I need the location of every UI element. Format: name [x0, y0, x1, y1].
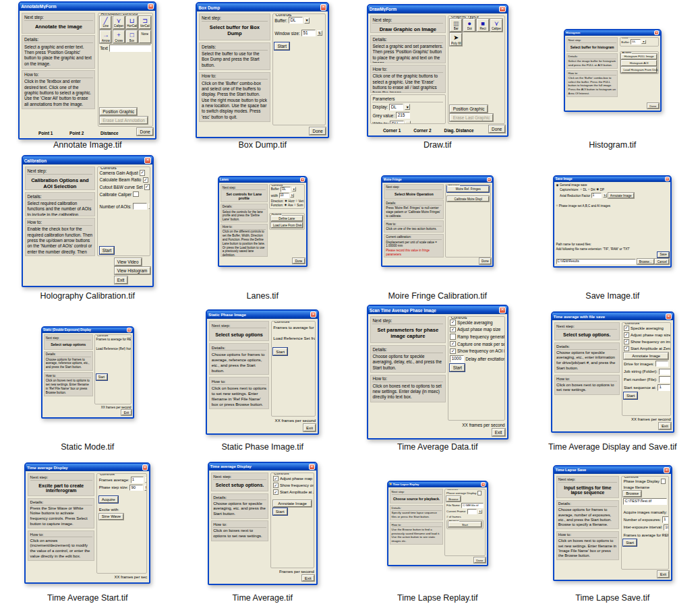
text-input[interactable]: [655, 361, 668, 367]
filename-caption[interactable]: Save Image.tif: [585, 289, 639, 303]
dropdown-arrow-icon[interactable]: ▼: [304, 18, 310, 24]
close-icon[interactable]: ✕: [310, 311, 316, 317]
box-icon: □: [130, 32, 134, 38]
close-icon[interactable]: ✕: [654, 30, 659, 35]
close-icon[interactable]: ✕: [499, 307, 505, 313]
close-icon[interactable]: ✕: [127, 328, 132, 332]
filename-caption[interactable]: Lanes.tif: [247, 289, 279, 303]
filename-caption[interactable]: Draw.tif: [424, 138, 452, 152]
dialog-thumbnail[interactable]: Time average Display✕Next step:Excite pa…: [24, 462, 150, 584]
close-icon[interactable]: ✕: [142, 464, 148, 471]
spinner-arrows-icon[interactable]: ⇅: [317, 30, 322, 36]
close-icon[interactable]: ✕: [481, 482, 486, 487]
dialog-thumbnail[interactable]: Save Image✕◉General image saveCapture/st…: [553, 175, 672, 268]
filename-caption[interactable]: Time Lapse Save.tif: [575, 590, 649, 605]
caliper-button: ⋎Caliper: [490, 19, 502, 32]
filename-caption[interactable]: Box Dump.tif: [238, 138, 287, 152]
dropdown-arrow-icon[interactable]: ▼: [641, 40, 645, 44]
text-input[interactable]: [109, 44, 150, 51]
dialog-thumbnail[interactable]: ▣Time Lapse Replay✕Next step:Choose sour…: [387, 481, 488, 566]
text-input[interactable]: 10: [664, 524, 669, 531]
text-input[interactable]: C:\VEW\Results: [556, 259, 636, 264]
dialog-thumbnail[interactable]: Lanes✕Next step:Set controls for Lane pr…: [218, 176, 308, 267]
text-input[interactable]: [659, 376, 671, 383]
filename-caption[interactable]: Time Average Start.tif: [47, 590, 128, 605]
mini-label: Current Frame:: [446, 510, 466, 513]
filename-caption[interactable]: Time Average Display and Save.tif: [548, 440, 676, 454]
group-box: Controls✓Adjust phase map size✓Show freq…: [270, 473, 314, 568]
text-input[interactable]: [659, 369, 671, 375]
dropdown-arrow-icon[interactable]: ▼: [292, 187, 296, 191]
text-input[interactable]: C:\TEST\Test.tif: [623, 498, 666, 504]
control-row: Image filenameBrowse: [623, 485, 666, 497]
group-box: ActionsHistogram FULL ImageHistogram AOI…: [620, 51, 659, 74]
dialog-bottom: XX frames per sec: [28, 575, 147, 580]
section-headline: Annotate the image: [24, 22, 93, 32]
filename-caption[interactable]: Moire Fringe Calibration.tif: [388, 289, 487, 303]
filename-caption[interactable]: Static Phase Image.tif: [221, 440, 303, 454]
text-input[interactable]: 215: [396, 112, 410, 119]
section-headline: Select setup options.: [213, 481, 266, 490]
dialog-thumbnail[interactable]: Scan Time Average Phase Image✕Next step:…: [367, 305, 508, 440]
dialog-thumbnail[interactable]: Calibration✕Next step:Calibration Option…: [22, 155, 154, 287]
close-icon[interactable]: ✕: [300, 177, 305, 182]
text-input[interactable]: 1: [658, 384, 670, 391]
dialog-thumbnail[interactable]: Time average Display✕Next step:Select se…: [208, 462, 318, 585]
close-icon[interactable]: ✕: [487, 177, 492, 182]
section-text: Select the buffer to use for the Box Dum…: [202, 51, 268, 68]
close-icon[interactable]: ✕: [666, 313, 672, 320]
radio-icon: ◉: [285, 200, 287, 202]
filename-caption[interactable]: Annotate Image.tif: [53, 138, 121, 152]
close-icon[interactable]: ✕: [320, 4, 326, 10]
group-label: Controls: [99, 473, 115, 476]
dialog-title: Static (Double Exposure) Display: [43, 328, 126, 332]
close-icon[interactable]: ✕: [309, 464, 315, 470]
dialog-thumbnail[interactable]: AnnotateMyForm✕Next step:Annotate the im…: [18, 1, 156, 140]
checkbox-icon: ✓: [450, 349, 455, 354]
close-icon[interactable]: ✕: [664, 467, 670, 473]
mini-button: Exit: [303, 424, 316, 431]
value-box: DL: [281, 187, 291, 192]
spinner-arrows-icon[interactable]: ⇅: [290, 193, 294, 198]
mini-button: Exit: [659, 423, 671, 429]
dialog-body: Next step:Calibration Options and AOI Se…: [23, 164, 152, 286]
filename-caption[interactable]: Time Average.tif: [232, 590, 293, 605]
dialog-thumbnail[interactable]: Static (Double Exposure) Display✕Next st…: [41, 326, 134, 419]
filename-caption[interactable]: Histogram.tif: [589, 138, 636, 152]
section-heading: Details:: [212, 345, 267, 351]
dialog-thumbnail[interactable]: Static Phase Image✕Next step:Select setu…: [206, 309, 319, 435]
spinner-arrows-icon[interactable]: ⇅: [144, 485, 148, 490]
info-section: Next step:Annotate the image: [22, 13, 95, 34]
filename-caption[interactable]: Time Average Data.tif: [397, 440, 478, 454]
filename-caption[interactable]: Static Mode.tif: [61, 440, 114, 454]
spinner-arrows-icon[interactable]: ⇅: [145, 477, 147, 483]
spinner-arrows-icon[interactable]: ⇅: [148, 204, 150, 210]
text-input[interactable]: C:\ME\file.tif: [461, 503, 484, 508]
dropdown-arrow-icon[interactable]: ▼: [405, 104, 410, 110]
section-text: Click on boxes next to options to set ne…: [213, 528, 266, 539]
spinner-arrows-icon[interactable]: ⇅: [603, 193, 607, 198]
dialog-thumbnail[interactable]: Histogram✕Next step:Select buffer for hi…: [564, 29, 662, 112]
close-icon[interactable]: ✕: [148, 3, 154, 9]
close-icon[interactable]: ✕: [665, 177, 670, 181]
dialog-thumbnail[interactable]: Time average with file save✕Next step:Se…: [551, 311, 674, 433]
info-column: Next step:Choose source for playback.Det…: [390, 489, 443, 557]
filename-caption[interactable]: Time Lapse Replay.tif: [397, 590, 478, 605]
dialog-thumbnail[interactable]: Time Lapse Save✕Next step:Input settings…: [553, 465, 672, 581]
dropdown-arrow-icon[interactable]: ▼: [405, 121, 411, 123]
filename-caption[interactable]: Holography Calibration.tif: [40, 289, 135, 303]
info-section: How to:Click on the 'Buffer' combo-box t…: [566, 70, 618, 97]
mini-label: Phase step size:: [99, 485, 129, 489]
spinner-arrows-icon[interactable]: ⇅: [478, 510, 482, 514]
close-icon[interactable]: ✕: [144, 157, 150, 163]
dialog-thumbnail[interactable]: DrawMyForm✕Next step:Draw Graphic on Ima…: [367, 4, 508, 137]
section-headline: Excite part to create interferogram: [30, 481, 92, 495]
close-icon[interactable]: ✕: [499, 6, 505, 12]
section-text: Press the Sine Wave or White Noise butto…: [30, 506, 92, 527]
dialog-thumbnail[interactable]: Box Dump✕Next step:Select buffer for Box…: [196, 2, 329, 138]
dialog-thumbnail[interactable]: Moire Fringe✕Next step:Select Moire Oper…: [381, 175, 494, 267]
text-input[interactable]: 1: [662, 516, 669, 522]
mini-checkbox-row: ✓Speckle averaging: [624, 326, 668, 331]
text-input[interactable]: 1000: [450, 355, 464, 362]
group-label: Controls: [273, 473, 290, 475]
